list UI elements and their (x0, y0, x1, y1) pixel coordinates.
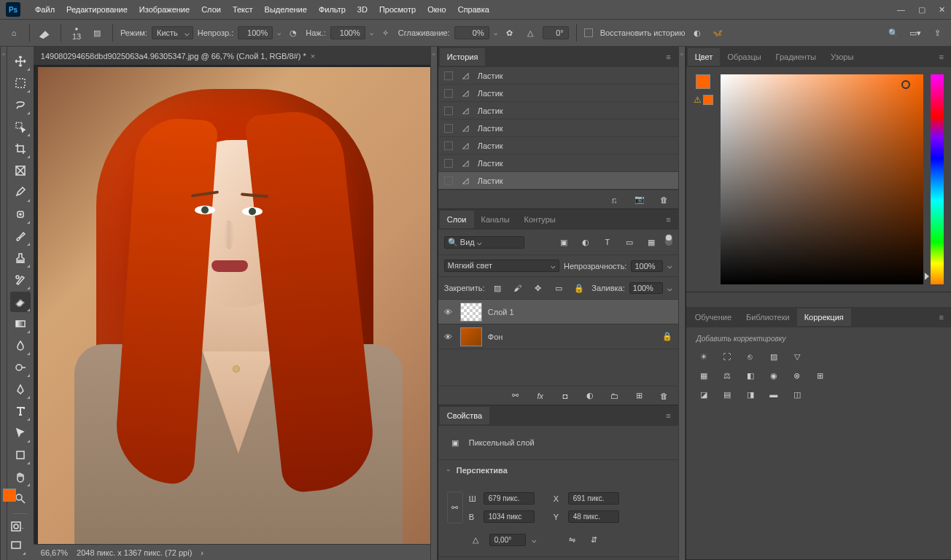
height-input[interactable]: 1034 пикс (484, 510, 535, 523)
layer-thumbnail[interactable] (460, 303, 482, 322)
document-tab[interactable]: 149080294658dbd9025063a4.96305347.jpg @ … (34, 47, 430, 66)
dodge-tool[interactable] (10, 357, 31, 378)
blur-tool[interactable] (10, 335, 31, 356)
link-wh-icon[interactable]: ⚯ (447, 491, 463, 524)
lock-position-icon[interactable]: ✥ (530, 280, 546, 296)
color-field[interactable] (721, 74, 923, 284)
filter-pixel-icon[interactable]: ▣ (556, 234, 572, 250)
foreground-color[interactable] (696, 74, 710, 89)
curves-icon[interactable]: ⎋ (743, 350, 758, 363)
flip-h-icon[interactable]: ⇋ (564, 532, 581, 548)
lock-pixels-icon[interactable]: 🖌 (510, 280, 526, 296)
layer-group-icon[interactable]: 🗀 (607, 388, 623, 404)
lasso-tool[interactable] (10, 95, 31, 115)
menu-3d[interactable]: 3D (352, 5, 373, 14)
brush-preset-icon[interactable]: ●13 (69, 25, 85, 41)
history-checkbox[interactable] (444, 141, 453, 150)
home-icon[interactable]: ⌂ (6, 25, 22, 41)
pressure-opacity-icon[interactable]: ◔ (285, 25, 301, 41)
tab-libraries[interactable]: Библиотеки (739, 308, 797, 326)
menu-window[interactable]: Окно (422, 5, 452, 14)
align-section-header[interactable]: ›Выровнять и распределить (438, 556, 678, 560)
tab-patterns[interactable]: Узоры (823, 48, 861, 66)
fill-input[interactable]: 100% (629, 282, 663, 294)
color-menu-icon[interactable]: ≡ (933, 52, 950, 61)
healing-tool[interactable] (10, 204, 31, 225)
share-icon[interactable]: ⇪ (929, 25, 945, 41)
opacity-input[interactable]: 100% (238, 26, 273, 39)
close-icon[interactable]: ✕ (939, 5, 945, 15)
eyedropper-tool[interactable] (10, 182, 31, 203)
history-checkbox[interactable] (444, 124, 453, 133)
menu-view[interactable]: Просмотр (373, 5, 422, 14)
layers-menu-icon[interactable]: ≡ (660, 215, 676, 224)
workspace-icon[interactable]: ▭▾ (907, 25, 923, 41)
tab-gradients[interactable]: Градиенты (769, 48, 823, 66)
path-select-tool[interactable] (10, 423, 31, 443)
blend-mode-select[interactable]: Мягкий свет ⌵ (444, 260, 559, 272)
crop-tool[interactable] (10, 139, 31, 159)
width-input[interactable]: 679 пикс. (484, 492, 535, 505)
airbrush-icon[interactable]: ✧ (378, 25, 394, 41)
smoothing-input[interactable]: 0% (454, 26, 489, 39)
levels-icon[interactable]: ⛶ (720, 350, 734, 363)
link-layers-icon[interactable]: ⚯ (508, 388, 524, 404)
tab-channels[interactable]: Каналы (474, 211, 517, 228)
gamut-preview[interactable] (703, 95, 713, 105)
tablet-pressure-icon[interactable]: ◐ (689, 25, 705, 41)
menu-select[interactable]: Выделение (259, 5, 313, 14)
tab-color[interactable]: Цвет (688, 48, 721, 66)
history-checkbox[interactable] (444, 159, 453, 168)
frame-tool[interactable] (10, 160, 31, 181)
search-icon[interactable]: 🔍 (885, 25, 901, 41)
tab-adjustments[interactable]: Коррекция (797, 308, 851, 326)
tab-learn[interactable]: Обучение (688, 308, 739, 326)
tab-close-icon[interactable]: × (311, 52, 315, 61)
filter-adjust-icon[interactable]: ◐ (578, 234, 594, 250)
layer-item[interactable]: 👁Слой 1 (438, 300, 678, 324)
gradient-tool[interactable] (10, 314, 31, 334)
marquee-tool[interactable] (10, 73, 31, 93)
history-checkbox[interactable] (444, 71, 453, 80)
panel-collapse-mid[interactable]: » (430, 47, 438, 560)
history-checkbox[interactable] (444, 89, 453, 98)
history-item[interactable]: ◿Ластик (438, 120, 678, 137)
history-item[interactable]: ◿Ластик (438, 67, 678, 85)
status-chevron-icon[interactable]: › (201, 548, 203, 557)
gradient-map-icon[interactable]: ▬ (766, 388, 781, 401)
layer-fx-icon[interactable]: fx (532, 388, 548, 404)
visibility-icon[interactable]: 👁 (444, 332, 454, 341)
history-menu-icon[interactable]: ≡ (660, 52, 676, 61)
brush-tool[interactable] (10, 226, 31, 246)
maximize-icon[interactable]: ▢ (918, 5, 925, 15)
hand-tool[interactable] (10, 467, 31, 487)
minimize-icon[interactable]: — (897, 5, 905, 15)
object-select-tool[interactable] (10, 117, 31, 137)
angle-input[interactable]: 0° (543, 26, 569, 39)
restore-history-checkbox[interactable] (584, 28, 593, 37)
color-lookup-icon[interactable]: ⊞ (813, 369, 828, 382)
tab-layers[interactable]: Слои (440, 211, 474, 228)
menu-layers[interactable]: Слои (195, 5, 227, 14)
stamp-tool[interactable] (10, 248, 31, 268)
smoothing-options-icon[interactable]: ✿ (502, 25, 518, 41)
mode-select[interactable]: Кисть ⌵ (152, 26, 193, 39)
layer-name[interactable]: Фон (488, 332, 503, 341)
selective-color-icon[interactable]: ◫ (790, 388, 804, 401)
vibrance-icon[interactable]: ▽ (790, 350, 804, 363)
eraser-tool-icon[interactable] (37, 25, 53, 41)
pen-tool[interactable] (10, 379, 31, 400)
panel-collapse-right[interactable]: » (678, 47, 686, 560)
photo-filter-icon[interactable]: ◉ (766, 369, 781, 382)
menu-edit[interactable]: Редактирование (61, 5, 133, 14)
layer-name[interactable]: Слой 1 (488, 308, 514, 316)
hue-slider[interactable] (931, 74, 944, 284)
layer-thumbnail[interactable] (460, 327, 482, 346)
type-tool[interactable] (10, 401, 31, 421)
menu-filter[interactable]: Фильтр (313, 5, 352, 14)
menu-text[interactable]: Текст (227, 5, 259, 14)
visibility-icon[interactable]: 👁 (444, 308, 454, 316)
delete-layer-icon[interactable]: 🗑 (656, 388, 672, 404)
bw-icon[interactable]: ◧ (743, 369, 758, 382)
create-doc-from-state-icon[interactable]: ⎌ (607, 192, 623, 208)
